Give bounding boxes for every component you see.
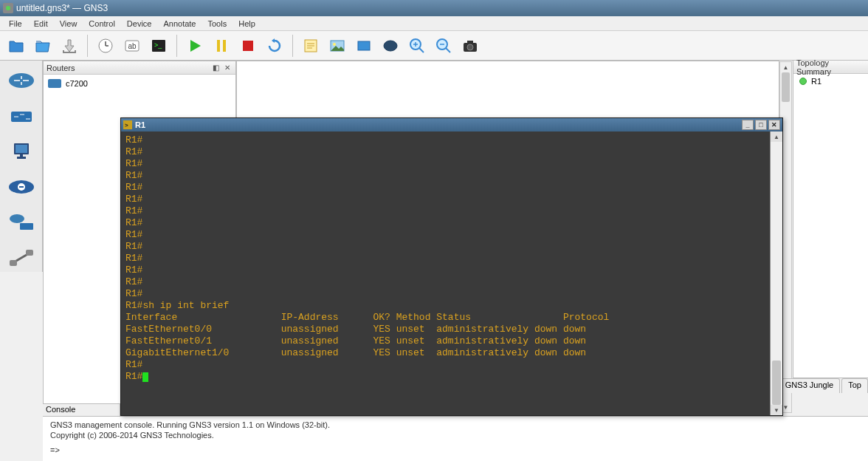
window-titlebar: untitled.gns3* — GNS3 [0, 0, 868, 16]
terminal-scrollbar[interactable]: ▲ ▼ [770, 132, 782, 415]
svg-rect-27 [20, 223, 33, 230]
new-project-button[interactable] [4, 34, 28, 58]
snapshot-button[interactable] [94, 34, 117, 58]
add-link-button[interactable] [5, 244, 38, 272]
all-devices-category-button[interactable] [5, 208, 38, 236]
router-item-label: c7200 [66, 79, 88, 88]
start-all-button[interactable] [183, 34, 207, 58]
svg-rect-22 [17, 157, 26, 159]
stop-all-button[interactable] [236, 34, 260, 58]
svg-rect-7 [243, 41, 253, 51]
menubar: File Edit View Control Device Annotate T… [0, 16, 868, 31]
routers-panel-header: Routers ◧ ✕ [44, 61, 235, 75]
svg-rect-23 [20, 154, 23, 157]
terminal-title: R1 [135, 120, 145, 129]
terminal-output[interactable]: R1# R1# R1# R1# R1# R1# R1# R1# R1# R1# … [121, 132, 770, 415]
svg-point-12 [384, 41, 397, 51]
svg-point-16 [467, 44, 473, 50]
pause-all-button[interactable] [210, 34, 233, 58]
show-hide-interface-labels-button[interactable]: ab [120, 34, 144, 58]
add-image-button[interactable] [326, 34, 349, 58]
topology-node-r1[interactable]: R1 [793, 74, 868, 89]
add-rectangle-button[interactable] [352, 34, 376, 58]
svg-rect-17 [467, 41, 473, 44]
scroll-thumb[interactable] [772, 361, 781, 405]
console-all-button[interactable]: >_ [147, 34, 170, 58]
topology-summary-panel: Topology Summary R1 [793, 61, 868, 378]
console-panel-label: Console [43, 403, 120, 416]
screenshot-button[interactable] [458, 34, 482, 58]
status-running-icon [799, 78, 807, 85]
menu-help[interactable]: Help [232, 18, 261, 30]
terminal-icon: > [123, 120, 132, 129]
device-toolbar [0, 61, 43, 272]
topology-panel-header: Topology Summary [793, 61, 868, 74]
save-project-button[interactable] [58, 34, 81, 58]
console-output[interactable]: GNS3 management console. Running GNS3 ve… [43, 416, 868, 461]
terminal-window-r1: > R1 _ □ ✕ R1# R1# R1# R1# R1# R1# R1# R… [120, 117, 783, 416]
svg-rect-28 [26, 250, 33, 256]
app-icon [3, 3, 13, 13]
svg-rect-6 [223, 40, 226, 52]
svg-point-26 [10, 214, 24, 223]
menu-tools[interactable]: Tools [202, 18, 233, 30]
router-item-c7200[interactable]: c7200 [46, 78, 232, 89]
tab-top[interactable]: Top [841, 378, 868, 393]
console-line: GNS3 management console. Running GNS3 ve… [50, 420, 861, 430]
routers-category-button[interactable] [5, 66, 38, 95]
svg-point-18 [9, 73, 34, 88]
router-icon [48, 79, 61, 88]
bottom-tabbar: GNS3 Jungle Top [779, 378, 868, 393]
terminal-titlebar[interactable]: > R1 _ □ ✕ [121, 118, 782, 132]
menu-annotate[interactable]: Annotate [157, 18, 202, 30]
terminal-body: R1# R1# R1# R1# R1# R1# R1# R1# R1# R1# … [121, 132, 782, 415]
add-note-button[interactable] [299, 34, 323, 58]
terminal-minimize-button[interactable]: _ [742, 120, 754, 130]
svg-text:>_: >_ [154, 41, 162, 49]
svg-text:>: > [125, 122, 128, 129]
terminal-maximize-button[interactable]: □ [755, 120, 767, 130]
menu-file[interactable]: File [3, 18, 28, 30]
svg-rect-21 [16, 145, 27, 153]
menu-edit[interactable]: Edit [28, 18, 54, 30]
menu-control[interactable]: Control [83, 18, 120, 30]
zoom-in-button[interactable] [405, 34, 429, 58]
security-devices-category-button[interactable] [5, 173, 38, 201]
scroll-thumb[interactable] [782, 72, 790, 102]
open-project-button[interactable] [31, 34, 55, 58]
svg-text:ab: ab [128, 42, 137, 50]
window-title: untitled.gns3* — GNS3 [16, 3, 108, 13]
topology-node-label: R1 [811, 77, 822, 86]
routers-panel-title: Routers [46, 64, 75, 72]
scroll-up-arrow-icon[interactable]: ▲ [771, 132, 782, 142]
svg-rect-29 [10, 260, 17, 266]
toolbar: ab >_ [0, 31, 868, 61]
tab-gns3-jungle[interactable]: GNS3 Jungle [779, 378, 840, 393]
add-ellipse-button[interactable] [379, 34, 402, 58]
svg-rect-5 [217, 40, 220, 52]
zoom-out-button[interactable] [432, 34, 455, 58]
topology-panel-title: Topology Summary [796, 58, 865, 76]
terminal-close-button[interactable]: ✕ [768, 120, 780, 130]
menu-device[interactable]: Device [121, 18, 158, 30]
svg-point-10 [333, 43, 336, 46]
console-prompt: => [50, 445, 861, 455]
switches-category-button[interactable] [5, 102, 38, 130]
end-devices-category-button[interactable] [5, 137, 38, 165]
menu-view[interactable]: View [54, 18, 83, 30]
console-line: Copyright (c) 2006-2014 GNS3 Technologie… [50, 430, 861, 440]
scroll-down-arrow-icon[interactable]: ▼ [771, 405, 782, 415]
routers-panel-close-button[interactable]: ✕ [222, 63, 232, 73]
svg-rect-11 [358, 41, 370, 50]
scroll-up-arrow-icon[interactable]: ▲ [780, 62, 791, 72]
reload-all-button[interactable] [263, 34, 286, 58]
routers-panel-undock-button[interactable]: ◧ [210, 63, 221, 73]
